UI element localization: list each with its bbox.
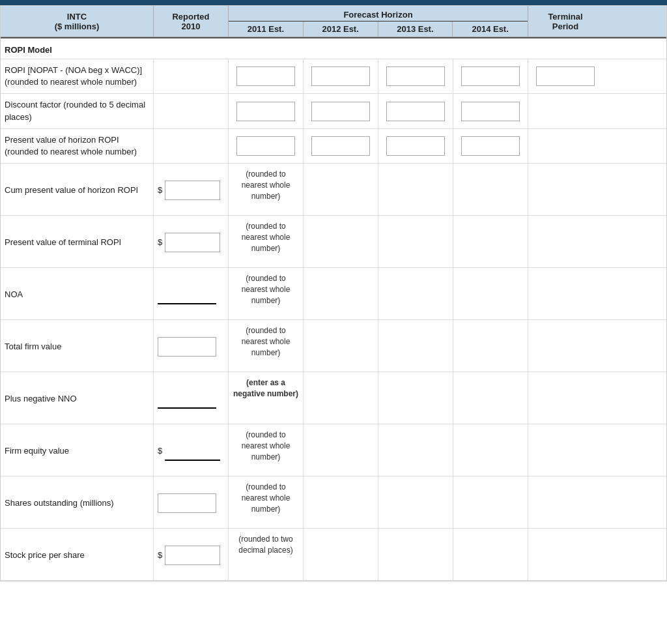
empty-tf-2012 xyxy=(304,320,378,372)
header-col-terminal: Terminal Period xyxy=(528,6,603,37)
input-field[interactable] xyxy=(311,136,370,156)
label-total-firm-value: Total firm value xyxy=(1,320,154,372)
row-cum-pv-horizon: Cum present value of horizon ROPI $ (rou… xyxy=(1,164,666,216)
empty-cum-2013 xyxy=(378,164,453,215)
input-field[interactable] xyxy=(461,136,520,156)
empty-nno-terminal xyxy=(528,372,603,424)
header-period-label: Period xyxy=(552,22,578,31)
input-field[interactable] xyxy=(158,389,216,409)
label-pv-terminal-ropi: Present value of terminal ROPI xyxy=(1,216,154,267)
input-total-firm-reported[interactable] xyxy=(154,320,229,372)
header-intc-label: INTC xyxy=(67,12,87,22)
label-pv-horizon-ropi: Present value of horizon ROPI (rounded t… xyxy=(1,129,154,163)
dollar-sign: $ xyxy=(158,185,162,195)
header-2013-label: 2013 Est. xyxy=(378,22,453,37)
input-pv-horizon-2011[interactable] xyxy=(229,129,304,163)
empty-fe-2013 xyxy=(378,424,453,476)
header-2010-label: 2010 xyxy=(182,22,201,31)
input-field[interactable] xyxy=(236,136,295,156)
reported-ropi-nopat xyxy=(154,59,229,93)
input-ropi-nopat-2014[interactable] xyxy=(453,59,528,93)
header-2011-label: 2011 Est. xyxy=(229,22,304,37)
input-field[interactable] xyxy=(461,102,520,121)
empty-fe-2014 xyxy=(453,424,528,476)
input-field[interactable] xyxy=(236,66,295,86)
input-discount-2013[interactable] xyxy=(378,94,453,128)
empty-fe-2012 xyxy=(304,424,378,476)
empty-sp-2013 xyxy=(378,529,453,580)
note-pv-terminal: (rounded to nearest whole number) xyxy=(229,216,304,267)
input-field[interactable] xyxy=(311,102,370,121)
input-discount-2014[interactable] xyxy=(453,94,528,128)
input-field[interactable] xyxy=(165,181,220,200)
note-nno: (enter as a negative number) xyxy=(229,372,304,424)
note-firm-equity: (rounded to nearest whole number) xyxy=(229,424,304,476)
empty-fe-terminal xyxy=(528,424,603,476)
input-field[interactable] xyxy=(386,66,445,86)
input-pv-horizon-2014[interactable] xyxy=(453,129,528,163)
input-field[interactable] xyxy=(461,66,520,86)
empty-tf-terminal xyxy=(528,320,603,372)
row-ropi-nopat: ROPI [NOPAT - (NOA beg x WACC)] (rounded… xyxy=(1,59,666,94)
note-stock-price: (rounded to two decimal places) xyxy=(229,529,304,580)
row-discount-factor: Discount factor (rounded to 5 decimal pl… xyxy=(1,94,666,128)
input-shares-reported[interactable] xyxy=(154,476,229,528)
row-shares-outstanding: Shares outstanding (millions) (rounded t… xyxy=(1,476,666,529)
label-stock-price: Stock price per share xyxy=(1,529,154,580)
row-total-firm-value: Total firm value (rounded to nearest who… xyxy=(1,320,666,372)
input-field[interactable] xyxy=(165,546,220,565)
empty-nno-2013 xyxy=(378,372,453,424)
label-noa: NOA xyxy=(1,268,154,319)
input-field[interactable] xyxy=(165,441,220,461)
empty-shares-terminal xyxy=(528,476,603,528)
empty-tf-2013 xyxy=(378,320,453,372)
input-stock-price-reported[interactable]: $ xyxy=(154,529,229,580)
header-col-reported: Reported 2010 xyxy=(154,6,229,37)
row-stock-price: Stock price per share $ (rounded to two … xyxy=(1,529,666,581)
section-title: ROPI Model xyxy=(1,38,666,59)
empty-cum-2012 xyxy=(304,164,378,215)
input-field[interactable] xyxy=(386,136,445,156)
empty-shares-2013 xyxy=(378,476,453,528)
input-nno-reported[interactable] xyxy=(154,372,229,424)
empty-nno-2012 xyxy=(304,372,378,424)
terminal-discount xyxy=(528,94,603,128)
row-pv-horizon-ropi: Present value of horizon ROPI (rounded t… xyxy=(1,129,666,164)
dollar-sign: $ xyxy=(158,237,162,247)
input-pv-terminal-reported[interactable]: $ xyxy=(154,216,229,267)
empty-sp-2012 xyxy=(304,529,378,580)
input-field[interactable] xyxy=(165,233,220,252)
input-field[interactable] xyxy=(158,337,216,357)
empty-pvt-2013 xyxy=(378,216,453,267)
input-field[interactable] xyxy=(311,66,370,86)
input-discount-2012[interactable] xyxy=(304,94,378,128)
input-ropi-nopat-2013[interactable] xyxy=(378,59,453,93)
input-discount-2011[interactable] xyxy=(229,94,304,128)
input-pv-horizon-2013[interactable] xyxy=(378,129,453,163)
header-2014-label: 2014 Est. xyxy=(453,22,528,37)
empty-noa-2012 xyxy=(304,268,378,319)
empty-shares-2012 xyxy=(304,476,378,528)
input-ropi-nopat-2011[interactable] xyxy=(229,59,304,93)
note-noa: (rounded to nearest whole number) xyxy=(229,268,304,319)
input-ropi-nopat-terminal[interactable] xyxy=(528,59,603,93)
forecast-horizon-title: Forecast Horizon xyxy=(229,6,528,22)
note-nno-bold: (enter as a negative number) xyxy=(233,377,299,400)
label-shares-outstanding: Shares outstanding (millions) xyxy=(1,476,154,528)
input-noa-reported[interactable] xyxy=(154,268,229,319)
reported-pv-horizon xyxy=(154,129,229,163)
input-field[interactable] xyxy=(236,102,295,121)
input-field[interactable] xyxy=(386,102,445,121)
row-pv-terminal-ropi: Present value of terminal ROPI $ (rounde… xyxy=(1,216,666,268)
input-firm-equity-reported[interactable]: $ xyxy=(154,424,229,476)
row-plus-negative-nno: Plus negative NNO (enter as a negative n… xyxy=(1,372,666,424)
input-cum-pv-reported[interactable]: $ xyxy=(154,164,229,215)
input-field[interactable] xyxy=(158,285,216,304)
empty-pvt-2012 xyxy=(304,216,378,267)
empty-pvt-terminal xyxy=(528,216,603,267)
input-field[interactable] xyxy=(536,66,595,86)
input-ropi-nopat-2012[interactable] xyxy=(304,59,378,93)
input-field[interactable] xyxy=(158,493,216,513)
note-cum-pv: (rounded to nearest whole number) xyxy=(229,164,304,215)
input-pv-horizon-2012[interactable] xyxy=(304,129,378,163)
